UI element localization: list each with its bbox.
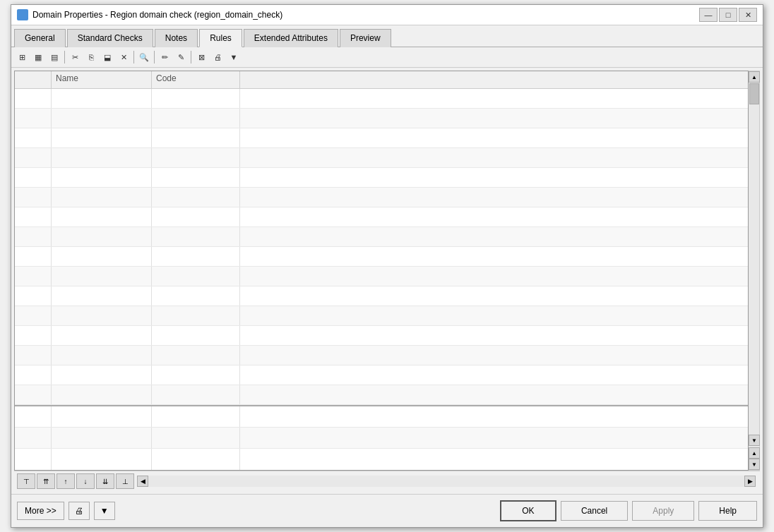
tab-extended-attributes[interactable]: Extended Attributes — [244, 29, 338, 47]
toolbar-separator-2 — [133, 51, 134, 64]
table-row — [15, 168, 748, 188]
table-row — [15, 346, 748, 365]
print-icon: 🖨 — [75, 506, 83, 516]
table-row — [15, 306, 748, 326]
toolbar-edit2-button[interactable]: ✎ — [173, 49, 189, 65]
apply-button[interactable]: Apply — [632, 501, 694, 521]
scroll-expand-up-button[interactable]: ▲ — [749, 447, 760, 459]
more-button[interactable]: More >> — [17, 502, 64, 520]
table-row — [15, 267, 748, 286]
table-row — [15, 428, 748, 449]
table-row — [15, 109, 748, 128]
tab-rules[interactable]: Rules — [199, 29, 242, 47]
print-button[interactable]: 🖨 — [69, 502, 90, 520]
tab-notes[interactable]: Notes — [155, 29, 198, 47]
toolbar-grid2-button[interactable]: ▦ — [30, 49, 46, 65]
nav-next-button[interactable]: ↓ — [76, 473, 95, 489]
main-window: Domain Properties - Region domain check … — [11, 4, 763, 528]
col-header-name: Name — [52, 71, 152, 88]
table-row — [15, 128, 748, 148]
table-row — [15, 227, 748, 247]
table-row — [15, 247, 748, 267]
toolbar-edit1-button[interactable]: ✏ — [157, 49, 172, 65]
table-row — [15, 385, 748, 405]
toolbar-separator-3 — [154, 51, 155, 64]
table-row — [15, 365, 748, 385]
toolbar: ⊞ ▦ ▤ ✂ ⎘ ⬓ ✕ 🔍 ✏ ✎ ⊠ 🖨 ▼ — [11, 47, 763, 68]
grid-footer-rows — [15, 406, 748, 470]
toolbar-separator-1 — [64, 51, 65, 64]
toolbar-filter-button[interactable]: ⊠ — [194, 49, 209, 65]
nav-prev-fast-button[interactable]: ⇈ — [37, 473, 55, 489]
action-bar: More >> 🖨 ▼ OK Cancel Apply Help — [11, 494, 763, 527]
table-row — [15, 188, 748, 207]
tab-standard-checks[interactable]: Standard Checks — [67, 29, 153, 47]
ok-button[interactable]: OK — [500, 500, 556, 521]
title-bar: Domain Properties - Region domain check … — [11, 5, 763, 25]
table-row — [15, 148, 748, 168]
minimize-button[interactable]: — — [699, 8, 718, 22]
help-button[interactable]: Help — [698, 501, 757, 521]
table-row — [15, 207, 748, 227]
table-row — [15, 326, 748, 346]
hscroll-track[interactable] — [148, 476, 744, 487]
toolbar-grid3-button[interactable]: ▤ — [47, 49, 62, 65]
scroll-up-button[interactable]: ▲ — [749, 71, 760, 83]
hscroll-left-button[interactable]: ◀ — [137, 476, 148, 487]
cancel-button[interactable]: Cancel — [561, 501, 628, 521]
toolbar-cut-button[interactable]: ✂ — [67, 49, 83, 65]
grid-body — [15, 89, 748, 405]
toolbar-print-button[interactable]: 🖨 — [210, 49, 225, 65]
print-dropdown-button[interactable]: ▼ — [94, 502, 115, 520]
table-row — [15, 286, 748, 306]
toolbar-separator-4 — [191, 51, 191, 64]
scroll-track[interactable] — [749, 83, 759, 435]
app-icon — [17, 9, 28, 20]
content-area: Name Code — [11, 68, 763, 494]
nav-last-button[interactable]: ⊥ — [116, 473, 134, 489]
toolbar-dropdown-button[interactable]: ▼ — [226, 49, 242, 65]
toolbar-grid1-button[interactable]: ⊞ — [14, 49, 30, 65]
maximize-button[interactable]: □ — [719, 8, 737, 22]
nav-first-button[interactable]: ⊤ — [17, 473, 35, 489]
more-button-label: More >> — [25, 506, 56, 516]
toolbar-search-button[interactable]: 🔍 — [136, 49, 152, 65]
vertical-scrollbar: ▲ ▼ ▲ ▼ — [749, 71, 760, 471]
close-button[interactable]: ✕ — [739, 8, 757, 22]
tab-general[interactable]: General — [14, 29, 66, 47]
navigation-bar: ⊤ ⇈ ↑ ↓ ⇊ ⊥ ◀ ▶ — [14, 471, 760, 491]
nav-prev-button[interactable]: ↑ — [56, 473, 75, 489]
toolbar-copy-button[interactable]: ⎘ — [83, 49, 99, 65]
table-row — [15, 406, 748, 428]
toolbar-paste-button[interactable]: ⬓ — [100, 49, 115, 65]
table-row — [15, 89, 748, 109]
scroll-down-button[interactable]: ▼ — [749, 435, 760, 446]
nav-next-fast-button[interactable]: ⇊ — [96, 473, 114, 489]
col-header-rest — [240, 71, 748, 88]
tab-preview[interactable]: Preview — [340, 29, 391, 47]
table-row — [15, 449, 748, 470]
col-header-code: Code — [152, 71, 240, 88]
scroll-thumb[interactable] — [749, 83, 759, 104]
window-controls: — □ ✕ — [699, 8, 757, 22]
col-header-check — [15, 71, 52, 88]
window-title: Domain Properties - Region domain check … — [32, 10, 699, 20]
toolbar-delete-button[interactable]: ✕ — [116, 49, 131, 65]
tabs-bar: General Standard Checks Notes Rules Exte… — [11, 25, 763, 47]
horizontal-scrollbar-container: ◀ ▶ — [137, 476, 756, 487]
scroll-expand-down-button[interactable]: ▼ — [749, 459, 760, 470]
hscroll-right-button[interactable]: ▶ — [744, 476, 756, 487]
